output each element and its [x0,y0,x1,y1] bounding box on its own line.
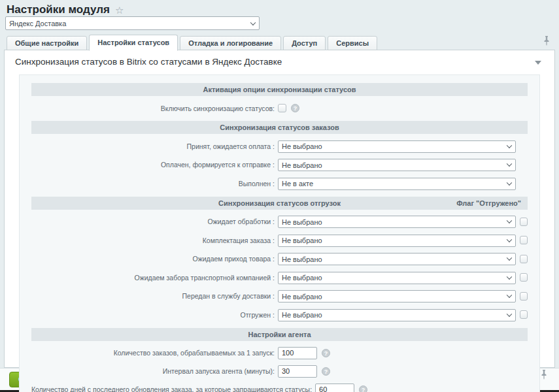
field-label: Ожидает обработки : [31,218,278,225]
order-status-select-completed[interactable]: Не в акте [278,178,516,190]
form-row-shipment-status: Ожидаем приход товара : Не выбрано [31,253,528,266]
help-icon[interactable]: ? [322,367,330,376]
section-header[interactable]: Синхронизация статусов в Bitrix со стату… [5,50,554,73]
form-row-enable-sync: Включить синхронизацию статусов: ? [31,102,528,114]
tab-status-settings[interactable]: Настройки статусов [89,35,178,51]
field-label: Передан в службу доставки : [31,292,278,300]
shipment-status-select-awaiting-processing[interactable]: Не выбрано [278,216,516,228]
field-label: Количество дней с последнего обновления … [31,385,315,392]
pin-icon[interactable] [541,370,547,382]
shipment-status-select-awaiting-pickup[interactable]: Не выбрано [278,272,516,284]
section-bar-label: Синхронизация статусов заказов [220,123,339,131]
shipped-flag-checkbox[interactable] [520,218,528,226]
tab-bar: Общие настройки Настройки статусов Отлад… [7,35,379,50]
module-select[interactable]: Яндекс Доставка [5,16,260,30]
page-title: Настройки модуля [7,3,110,16]
section-bar-label: Настройки агента [248,331,311,338]
favorite-star-icon[interactable]: ☆ [115,5,124,15]
shipment-status-select-shipped[interactable]: Не выбрано [278,309,516,321]
shipped-flag-checkbox[interactable] [520,236,528,244]
section-bar-agent-settings: Настройки агента [31,328,528,341]
settings-panel: Синхронизация статусов в Bitrix со стату… [4,50,555,368]
form-row-shipment-status: Комплектация заказа : Не выбрано [31,234,528,247]
shipment-status-select-awaiting-goods[interactable]: Не выбрано [278,253,516,265]
help-icon[interactable]: ? [291,104,299,112]
shipment-status-select-picking[interactable]: Не выбрано [278,235,516,247]
flag-column-header: Флаг "Отгружено" [456,199,521,207]
form-row-shipment-status: Передан в службу доставки : Не выбрано [31,290,528,303]
days-since-update-input[interactable] [315,384,354,392]
form-row-agent: Количество заказов, обрабатываемых за 1 … [31,347,528,359]
tab-general-settings[interactable]: Общие настройки [7,36,87,50]
shipment-status-select-handed-over[interactable]: Не выбрано [278,290,516,302]
module-select-wrap: Яндекс Доставка [5,16,260,30]
tab-services[interactable]: Сервисы [328,36,377,50]
form-row-order-status: Выполнен : Не в акте [31,177,528,190]
section-bar-order-statuses: Синхронизация статусов заказов [31,121,528,134]
form-row-shipment-status: Ожидает обработки : Не выбрано [31,216,528,229]
field-label: Принят, ожидается оплата : [31,142,278,150]
field-label: Комплектация заказа : [31,237,278,244]
section-bar-shipment-statuses: Синхронизация статусов отгрузок Флаг "От… [31,197,528,210]
section-bar-label: Синхронизация статусов отгрузок [218,199,341,207]
field-label: Ожидаем приход товара : [31,255,278,263]
tab-access[interactable]: Доступ [283,36,326,50]
tab-debug-logging[interactable]: Отладка и логирование [180,36,281,50]
orders-per-run-input[interactable] [278,347,317,359]
form-row-order-status: Принят, ожидается оплата : Не выбрано [31,140,528,153]
section-title: Синхронизация статусов в Bitrix со стату… [15,57,282,67]
shipped-flag-checkbox[interactable] [520,292,528,301]
form-row-shipment-status: Отгружен : Не выбрано [31,308,528,321]
section-bar-activation: Активация опции синхронизации статусов [31,83,528,96]
help-icon[interactable]: ? [322,349,330,357]
form-row-order-status: Оплачен, формируется к отправке : Не выб… [31,159,528,172]
field-label: Количество заказов, обрабатываемых за 1 … [31,349,278,357]
field-label: Выполнен : [31,180,278,188]
shipped-flag-checkbox[interactable] [520,273,528,282]
enable-sync-checkbox[interactable] [278,104,286,112]
shipped-flag-checkbox[interactable] [520,255,528,263]
settings-form: Активация опции синхронизации статусов В… [19,74,540,392]
field-label: Интервал запуска агента (минуты): [31,367,278,375]
help-icon[interactable]: ? [359,385,367,392]
field-label: Ожидаем забора транспортной компанией : [31,274,278,282]
field-label: Оплачен, формируется к отправке : [31,161,278,169]
pin-icon[interactable] [543,36,550,48]
field-label: Отгружен : [31,311,278,319]
form-row-agent: Количество дней с последнего обновления … [31,384,528,392]
order-status-select-accepted[interactable]: Не выбрано [278,140,516,153]
form-row-agent: Интервал запуска агента (минуты): ? [31,365,528,378]
agent-interval-input[interactable] [278,365,317,378]
field-label: Включить синхронизацию статусов: [31,105,278,112]
chevron-down-icon[interactable] [535,61,541,65]
order-status-select-paid[interactable]: Не выбрано [278,159,516,171]
section-bar-label: Активация опции синхронизации статусов [203,86,356,93]
page-header: Настройки модуля ☆ [7,3,124,16]
shipped-flag-checkbox[interactable] [520,310,528,319]
form-row-shipment-status: Ожидаем забора транспортной компанией : … [31,271,528,284]
